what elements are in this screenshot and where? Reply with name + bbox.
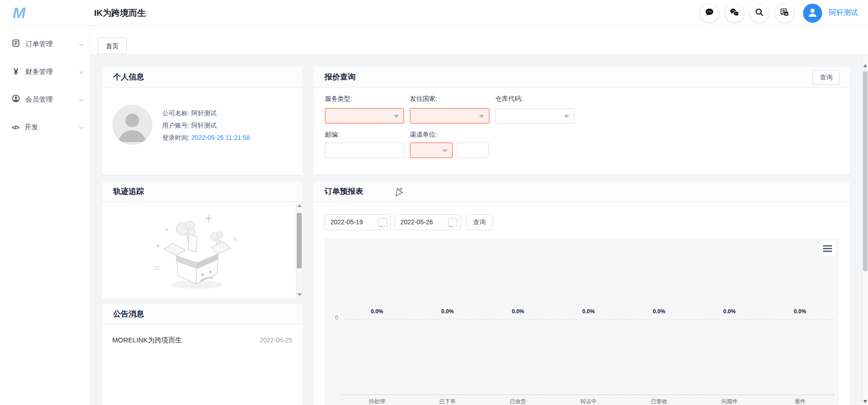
top-header: M IK为跨境而生 文A xyxy=(0,0,868,26)
tab-home[interactable]: 首页 xyxy=(98,38,127,54)
track-card-title: 轨迹追踪 xyxy=(102,182,302,202)
profile-info: 公司名称: 阿轩测试 用户账号: 阿轩测试 登录时间: 2022-05-26 1… xyxy=(162,107,250,144)
chart-value-label: 0.0% xyxy=(765,308,835,315)
scroll-up-icon[interactable] xyxy=(297,204,302,207)
profile-avatar xyxy=(112,105,152,145)
forecast-date-row: 2022-05-19 15 2022-05-26 15 查询 xyxy=(324,214,493,230)
date-to-value: 2022-05-26 xyxy=(400,218,433,226)
chart-value-label: 0.0% xyxy=(553,308,624,315)
notice-card: 公告消息 MORELINK为跨境而生 2022-05-25 xyxy=(102,304,302,405)
date-from-input[interactable]: 2022-05-19 15 xyxy=(324,214,391,230)
brand-logo[interactable]: M xyxy=(10,4,28,22)
order-icon xyxy=(12,39,20,49)
company-value: 阿轩测试 xyxy=(191,109,217,117)
page-scrollbar[interactable] xyxy=(862,55,868,405)
chart-category-label: 已签收 xyxy=(624,398,694,405)
sidebar-item-label: 订单管理 xyxy=(25,40,53,49)
translate-button[interactable]: 文A xyxy=(775,4,793,22)
chart-category-label: 转运中 xyxy=(553,398,624,405)
search-button[interactable] xyxy=(750,4,768,22)
chart-gridline xyxy=(342,319,835,320)
warehouse-label: 仓库代码: xyxy=(495,94,523,103)
chart-value-label: 0.0% xyxy=(483,308,553,315)
chart-category-labels: 待处理已下单已收货转运中已签收问题件退件 xyxy=(342,398,835,405)
chart-category-label: 已收货 xyxy=(483,398,553,405)
sidebar-item-label: 财务管理 xyxy=(25,68,53,76)
track-empty-state xyxy=(102,202,302,298)
wechat-button[interactable] xyxy=(725,4,743,22)
service-type-select[interactable] xyxy=(325,108,404,123)
forecast-card-title: 订单预报表 xyxy=(314,182,850,202)
warehouse-select[interactable] xyxy=(495,108,574,123)
chart-value-label: 0.0% xyxy=(412,308,483,315)
forecast-query-button[interactable]: 查询 xyxy=(466,214,493,230)
chevron-down-icon xyxy=(79,40,84,48)
scroll-up-icon[interactable] xyxy=(863,64,867,67)
user-avatar[interactable] xyxy=(803,4,822,23)
notice-card-title: 公告消息 xyxy=(102,304,302,325)
chart-value-label: 0.0% xyxy=(694,308,765,315)
account-value: 阿轩测试 xyxy=(191,122,217,129)
dropdown-arrow-icon xyxy=(394,115,399,118)
sidebar-item-finance[interactable]: ¥ 财务管理 xyxy=(0,63,90,81)
chart-category-label: 已下单 xyxy=(412,398,483,405)
chart-value-label: 0.0% xyxy=(624,308,694,315)
chevron-down-icon xyxy=(79,95,84,104)
account-label: 用户账号: xyxy=(162,122,190,129)
service-type-label: 服务类型: xyxy=(325,94,352,103)
notice-item-title[interactable]: MORELINK为跨境而生 xyxy=(112,336,182,345)
dropdown-arrow-icon xyxy=(479,115,484,118)
channel-value-input[interactable] xyxy=(456,143,489,158)
forecast-card: 订单预报表 2022-05-19 15 2022-05-26 15 查询 0 0… xyxy=(314,182,850,405)
track-scrollbar[interactable] xyxy=(296,202,302,298)
country-select[interactable] xyxy=(410,108,489,123)
channel-select[interactable] xyxy=(410,143,453,158)
chart-category-label: 问题件 xyxy=(694,398,765,405)
login-time-label: 登录时间: xyxy=(162,134,190,141)
calendar-icon[interactable]: 15 xyxy=(378,218,387,227)
user-name[interactable]: 阿轩测试 xyxy=(829,8,858,18)
scroll-down-icon[interactable] xyxy=(297,293,302,296)
quote-card: 报价查询 查询 服务类型: 发往国家: 仓库代码: 邮编: 渠道单位: xyxy=(314,67,850,174)
wechat-icon xyxy=(729,8,739,19)
track-card: 轨迹追踪 xyxy=(102,182,302,299)
order-forecast-chart: 0 0.0%0.0%0.0%0.0%0.0%0.0%0.0% 待处理已下单已收货… xyxy=(324,238,839,405)
calendar-icon[interactable]: 15 xyxy=(448,218,457,227)
dev-icon: </> xyxy=(12,124,19,131)
header-actions: 文A 阿轩测试 xyxy=(700,0,858,26)
chart-category-label: 退件 xyxy=(765,398,835,405)
sidebar-item-members[interactable]: 会员管理 xyxy=(0,90,90,109)
sidebar-item-dev[interactable]: </> 开发 xyxy=(0,118,90,136)
chart-y-tick: 0 xyxy=(324,315,338,321)
sidebar-item-orders[interactable]: 订单管理 xyxy=(0,35,90,53)
channel-label: 渠道单位: xyxy=(410,130,437,139)
svg-text:A: A xyxy=(785,11,788,15)
search-icon xyxy=(755,8,764,19)
scrollbar-thumb[interactable] xyxy=(863,71,868,271)
company-label: 公司名称: xyxy=(162,109,190,117)
dropdown-arrow-icon xyxy=(564,115,569,118)
date-to-input[interactable]: 2022-05-26 15 xyxy=(394,214,461,230)
chart-menu-button[interactable] xyxy=(820,241,835,256)
message-button[interactable] xyxy=(700,4,718,22)
notice-item-date: 2022-05-25 xyxy=(259,336,292,344)
dashboard-page: M IK为跨境而生 文A xyxy=(0,0,868,405)
scroll-down-icon[interactable] xyxy=(863,400,867,403)
sidebar-item-label: 开发 xyxy=(25,123,38,132)
quote-query-button[interactable]: 查询 xyxy=(813,70,840,84)
dropdown-arrow-icon xyxy=(442,149,448,153)
user-icon xyxy=(807,6,818,20)
chevron-down-icon xyxy=(79,68,84,76)
chart-category-label: 待处理 xyxy=(342,398,412,405)
zipcode-input[interactable] xyxy=(325,143,404,158)
empty-box-illustration xyxy=(150,208,245,292)
profile-card: 个人信息 公司名称: 阿轩测试 用户账号: 阿轩测试 登录时间: 2022-05… xyxy=(102,67,302,175)
translate-icon: 文A xyxy=(780,8,789,19)
chart-value-labels: 0.0%0.0%0.0%0.0%0.0%0.0%0.0% xyxy=(342,308,835,315)
chart-value-label: 0.0% xyxy=(342,308,412,315)
login-time-value: 2022-05-26 11:21:58 xyxy=(191,134,250,141)
tab-bar: 首页 xyxy=(90,26,868,55)
notice-item[interactable]: MORELINK为跨境而生 2022-05-25 xyxy=(102,336,302,345)
scrollbar-thumb[interactable] xyxy=(297,213,302,268)
message-icon xyxy=(705,8,714,19)
